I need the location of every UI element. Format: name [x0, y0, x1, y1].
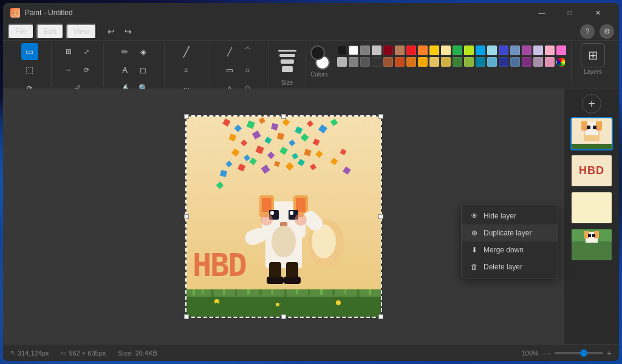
layer-3-thumbnail[interactable] — [570, 191, 613, 224]
rotate-button[interactable]: ⟳ — [78, 61, 95, 78]
svg-rect-33 — [310, 164, 316, 170]
zoom-out-button[interactable]: — — [542, 348, 551, 358]
crop-button[interactable]: ⊞ — [60, 43, 77, 60]
swatch-blue[interactable] — [476, 46, 485, 55]
select-rect-button[interactable]: ▭ — [21, 43, 38, 60]
eraser-button[interactable]: ◻ — [135, 61, 152, 78]
swatch-r3[interactable] — [395, 57, 405, 67]
zoom-slider[interactable] — [555, 352, 603, 354]
svg-rect-10 — [229, 133, 237, 141]
swatch-y2[interactable] — [429, 57, 439, 67]
line-button[interactable]: ╱ — [221, 43, 238, 60]
context-delete-layer[interactable]: 🗑 Delete layer — [462, 258, 558, 275]
swatch-orange[interactable] — [418, 46, 428, 55]
swatch-lightblue[interactable] — [487, 46, 497, 55]
redo-button[interactable]: ↪ — [121, 24, 135, 39]
swatch-o3[interactable] — [418, 57, 428, 67]
minimize-button[interactable]: — — [528, 3, 556, 22]
zoom-in-button[interactable]: + — [607, 348, 612, 358]
swatch-black[interactable] — [337, 46, 347, 55]
svg-point-58 — [272, 226, 296, 257]
close-button[interactable]: ✕ — [584, 3, 612, 22]
swatch-special[interactable] — [556, 58, 566, 67]
text-button[interactable]: A — [117, 61, 134, 78]
draw-tools: ✏ ◈ A ◻ 🔬 🔍 — [109, 43, 159, 96]
maximize-button[interactable]: □ — [556, 3, 584, 22]
svg-rect-92 — [572, 144, 612, 149]
swatch-r2[interactable] — [383, 57, 393, 67]
layer-2-thumbnail[interactable]: HBD — [570, 154, 613, 187]
resize-button[interactable]: ⤢ — [78, 43, 95, 60]
curve-button[interactable]: ⌒ — [239, 43, 256, 60]
fill-button[interactable]: ◈ — [135, 43, 152, 60]
add-layer-button[interactable]: + — [582, 94, 601, 113]
undo-button[interactable]: ↩ — [104, 24, 118, 39]
swatch-b2[interactable] — [476, 57, 485, 67]
svg-rect-70 — [272, 289, 273, 295]
swatch-red[interactable] — [406, 46, 416, 55]
swatch-pk2[interactable] — [545, 57, 555, 67]
swatch-gray[interactable] — [360, 46, 370, 55]
dimensions-icon: ▭ — [61, 349, 66, 356]
context-duplicate-layer[interactable]: ⊕ Duplicate layer — [462, 224, 558, 241]
menu-edit[interactable]: Edit — [36, 24, 64, 39]
swatch-g2[interactable] — [453, 57, 462, 67]
settings-icon[interactable]: ⚙ — [600, 24, 614, 39]
brush2-button[interactable]: ≡ — [178, 61, 195, 78]
swatch-o2[interactable] — [406, 57, 416, 67]
swatch-brown[interactable] — [395, 46, 405, 55]
svg-rect-9 — [330, 118, 338, 126]
ellipse-button[interactable]: ○ — [239, 61, 256, 78]
zoom-slider-thumb[interactable] — [580, 349, 587, 357]
swatch-yellow[interactable] — [429, 46, 439, 55]
swatch-333[interactable] — [372, 57, 381, 67]
shapes-group: ╱ ⌒ ▭ ○ △ ⬠ Shapes — [208, 43, 269, 86]
swatch-808[interactable] — [349, 57, 358, 67]
menu-view[interactable]: View — [66, 24, 97, 39]
swatch-p3[interactable] — [533, 57, 543, 67]
context-hide-layer[interactable]: 👁 Hide layer — [462, 207, 558, 224]
swatch-indigo[interactable] — [499, 46, 508, 55]
svg-rect-5 — [282, 118, 290, 126]
menu-file[interactable]: File — [8, 24, 34, 39]
flip-button[interactable]: ↔ — [60, 61, 77, 78]
layer-4-thumbnail[interactable] — [570, 228, 613, 261]
swatch-lightgray[interactable] — [372, 46, 381, 55]
swatch-i2[interactable] — [499, 57, 508, 67]
svg-rect-8 — [318, 124, 327, 133]
help-icon[interactable]: ? — [580, 24, 595, 39]
pencil-button[interactable]: ✏ — [117, 43, 134, 60]
swatch-555[interactable] — [360, 57, 370, 67]
svg-rect-25 — [315, 150, 323, 158]
swatch-hotpink[interactable] — [556, 46, 566, 55]
swatch-darkred[interactable] — [383, 46, 393, 55]
svg-rect-68 — [247, 289, 250, 294]
swatch-lightyellow[interactable] — [441, 46, 451, 55]
hide-layer-label: Hide layer — [484, 212, 516, 220]
swatch-pink[interactable] — [545, 46, 555, 55]
swatch-i3[interactable] — [510, 57, 520, 67]
swatch-green[interactable] — [453, 46, 462, 55]
swatch-lightgreen[interactable] — [464, 46, 474, 55]
swatch-steelblue[interactable] — [510, 46, 520, 55]
swatch-b3[interactable] — [487, 57, 497, 67]
select-free-button[interactable]: ⬚ — [21, 61, 38, 78]
svg-rect-98 — [588, 234, 591, 237]
primary-color[interactable] — [310, 46, 325, 60]
brush1-button[interactable]: ╱ — [178, 43, 195, 60]
layer-1-thumbnail[interactable] — [570, 117, 613, 150]
swatch-b4[interactable] — [337, 57, 347, 67]
swatch-y3[interactable] — [441, 57, 451, 67]
rect-button[interactable]: ▭ — [221, 61, 238, 78]
svg-rect-57 — [284, 277, 301, 284]
swatch-purple[interactable] — [522, 46, 531, 55]
swatch-white[interactable] — [349, 46, 358, 55]
swatch-g3[interactable] — [464, 57, 474, 67]
app-icon: 🎨 — [10, 8, 20, 18]
svg-rect-18 — [231, 149, 240, 157]
swatch-p2[interactable] — [522, 57, 531, 67]
hbd-thumb-text: HBD — [579, 164, 604, 177]
layers-button[interactable]: ⊞ — [581, 43, 605, 67]
swatch-lavender[interactable] — [533, 46, 543, 55]
context-merge-down[interactable]: ⬇ Merge down — [462, 241, 558, 258]
